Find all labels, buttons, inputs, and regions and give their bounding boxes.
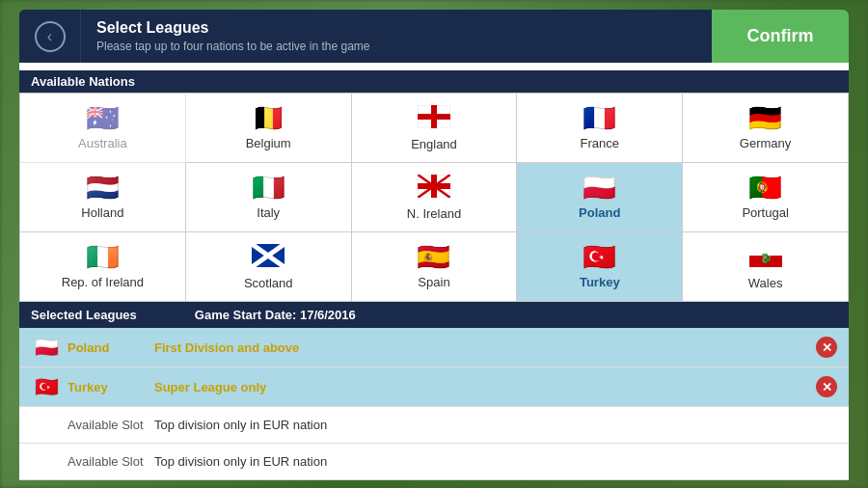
germany-label: Germany xyxy=(740,136,791,150)
spain-flag: 🇪🇸 xyxy=(417,244,450,271)
turkey-league-nation: Turkey xyxy=(68,380,154,394)
nation-portugal[interactable]: 🇵🇹 Portugal xyxy=(683,163,849,232)
nation-spain[interactable]: 🇪🇸 Spain xyxy=(352,232,518,302)
holland-label: Holland xyxy=(81,205,123,220)
spain-label: Spain xyxy=(418,275,449,289)
turkey-label: Turkey xyxy=(580,275,620,289)
slot2-division: Top division only in EUR nation xyxy=(154,454,816,469)
italy-flag: 🇮🇹 xyxy=(252,175,285,202)
back-arrow-icon: ‹ xyxy=(35,21,66,52)
header-text: Select Leagues Please tap up to four nat… xyxy=(81,10,712,63)
svg-text:🐉: 🐉 xyxy=(760,252,773,264)
nation-australia[interactable]: 🇦🇺 Australia xyxy=(20,94,186,163)
england-flag xyxy=(418,105,450,133)
belgium-label: Belgium xyxy=(246,136,291,150)
poland-flag: 🇵🇱 xyxy=(583,175,616,202)
n-ireland-label: N. Ireland xyxy=(407,206,461,221)
nation-scotland[interactable]: Scotland xyxy=(186,232,352,302)
slot1-division: Top division only in EUR nation xyxy=(154,418,816,432)
portugal-flag: 🇵🇹 xyxy=(748,175,782,202)
nation-germany[interactable]: 🇩🇪 Germany xyxy=(683,94,849,163)
nation-belgium[interactable]: 🇧🇪 Belgium xyxy=(186,94,352,163)
scotland-label: Scotland xyxy=(244,276,293,290)
holland-flag: 🇳🇱 xyxy=(86,175,120,202)
n-ireland-flag xyxy=(418,175,450,203)
england-label: England xyxy=(411,137,457,151)
nation-n-ireland[interactable]: N. Ireland xyxy=(352,163,518,232)
leagues-header: Selected Leagues Game Start Date: 17/6/2… xyxy=(19,302,849,328)
nation-france[interactable]: 🇫🇷 France xyxy=(517,94,683,163)
league-row-turkey: 🇹🇷 Turkey Super League only ✕ xyxy=(19,367,849,407)
poland-league-flag: 🇵🇱 xyxy=(31,336,62,359)
nation-turkey[interactable]: 🇹🇷 Turkey xyxy=(517,232,683,302)
nations-grid: 🇦🇺 Australia 🇧🇪 Belgium England xyxy=(19,93,849,302)
rep-ireland-flag: 🇮🇪 xyxy=(86,244,120,271)
page-title: Select Leagues xyxy=(96,19,696,37)
league-row-poland: 🇵🇱 Poland First Division and above ✕ xyxy=(19,328,849,367)
italy-label: Italy xyxy=(257,205,280,220)
poland-league-division: First Division and above xyxy=(154,340,816,355)
nation-holland[interactable]: 🇳🇱 Holland xyxy=(20,163,186,232)
belgium-flag: 🇧🇪 xyxy=(252,105,285,132)
turkey-league-flag: 🇹🇷 xyxy=(31,375,62,398)
available-slot-2: Available Slot Top division only in EUR … xyxy=(19,444,849,480)
svg-rect-7 xyxy=(418,183,450,189)
poland-label: Poland xyxy=(579,205,620,220)
leagues-section: Selected Leagues Game Start Date: 17/6/2… xyxy=(19,302,849,480)
slot1-label: Available Slot xyxy=(68,418,154,432)
page-subtitle: Please tap up to four nations to be acti… xyxy=(96,40,696,53)
australia-label: Australia xyxy=(78,136,127,150)
turkey-flag: 🇹🇷 xyxy=(583,244,616,271)
nation-england[interactable]: England xyxy=(352,94,518,163)
remove-turkey-button[interactable]: ✕ xyxy=(816,376,837,397)
selected-leagues-label: Selected Leagues xyxy=(31,308,137,322)
back-button[interactable]: ‹ xyxy=(19,10,81,63)
game-start-date: Game Start Date: 17/6/2016 xyxy=(195,308,356,322)
wales-flag: 🐉 xyxy=(749,244,782,272)
scotland-flag xyxy=(252,244,285,272)
svg-rect-2 xyxy=(418,114,450,120)
remove-poland-button[interactable]: ✕ xyxy=(816,337,837,358)
france-label: France xyxy=(581,136,619,150)
nation-rep-ireland[interactable]: 🇮🇪 Rep. of Ireland xyxy=(20,232,186,302)
portugal-label: Portugal xyxy=(742,205,788,220)
available-nations-label: Available Nations xyxy=(19,70,849,93)
turkey-league-division: Super League only xyxy=(154,380,816,394)
france-flag: 🇫🇷 xyxy=(583,105,616,132)
confirm-button[interactable]: Confirm xyxy=(712,10,849,63)
poland-league-nation: Poland xyxy=(68,340,154,355)
wales-label: Wales xyxy=(748,276,783,290)
germany-flag: 🇩🇪 xyxy=(748,105,782,132)
nation-poland[interactable]: 🇵🇱 Poland xyxy=(517,163,683,232)
rep-ireland-label: Rep. of Ireland xyxy=(62,275,144,289)
nation-italy[interactable]: 🇮🇹 Italy xyxy=(186,163,352,232)
nation-wales[interactable]: 🐉 Wales xyxy=(683,232,849,302)
australia-flag: 🇦🇺 xyxy=(86,105,120,132)
slot2-label: Available Slot xyxy=(68,454,154,469)
available-slot-1: Available Slot Top division only in EUR … xyxy=(19,407,849,444)
